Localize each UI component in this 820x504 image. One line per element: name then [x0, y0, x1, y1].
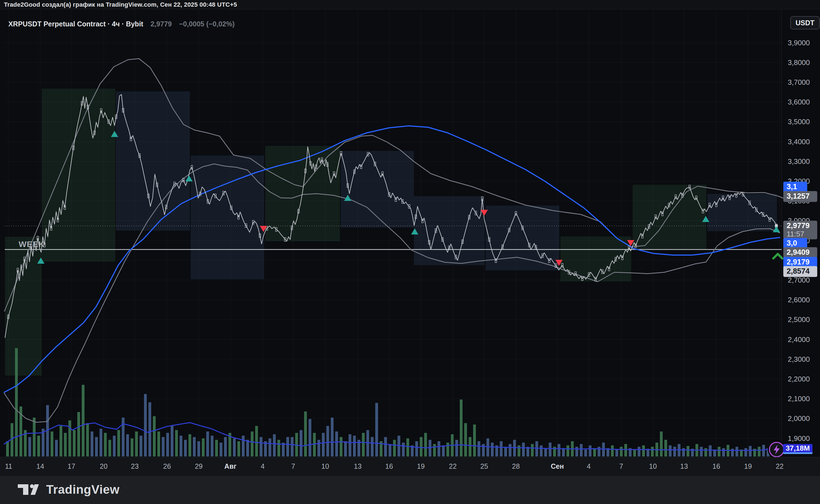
volume-bar [175, 430, 178, 456]
symbol-title[interactable]: XRPUSDT Perpetual Contract · 4ч · Bybit [8, 20, 143, 28]
volume-bar [197, 441, 200, 456]
volume-bar [638, 447, 641, 456]
volume-bar [215, 440, 218, 456]
volume-bar [317, 440, 320, 456]
price-level-badge: 2,9409 [783, 247, 817, 258]
buy-marker-icon [111, 131, 118, 137]
volume-bar [469, 437, 472, 456]
volume-bar [424, 433, 427, 456]
volume-bar [744, 448, 747, 456]
volume-bar [206, 431, 209, 456]
volume-bar [611, 445, 614, 456]
price-axis-tick: 3,5000 [788, 118, 810, 126]
volume-bar [602, 443, 605, 456]
volume-bar [224, 437, 227, 456]
buy-marker-icon [702, 216, 709, 222]
volume-bar [268, 438, 271, 456]
volume-bar [73, 430, 76, 456]
time-axis-tick: 26 [163, 462, 171, 470]
volume-bar [246, 440, 249, 456]
price-axis[interactable]: 3,90003,80003,70003,60003,50003,40003,30… [782, 9, 820, 457]
volume-bar [598, 447, 600, 456]
volume-bar [700, 447, 703, 456]
price-axis-tick: 2,7000 [788, 276, 810, 285]
volume-bar [99, 429, 102, 456]
volume-bar [322, 433, 325, 456]
volume-bar [260, 437, 262, 456]
volume-bar [673, 447, 676, 456]
chart-pane[interactable]: XRPUSDT Perpetual Contract · 4ч · Bybit … [0, 9, 820, 457]
time-axis-tick: 25 [480, 462, 488, 470]
time-axis-tick: 16 [385, 462, 393, 470]
flash-boost-button[interactable] [769, 442, 784, 457]
volume-bar [211, 436, 213, 456]
time-axis-tick: 14 [36, 462, 44, 470]
volume-bar [429, 440, 432, 456]
time-axis-tick: 22 [776, 462, 784, 470]
volume-bar [286, 437, 289, 456]
volume-bar [442, 445, 445, 456]
price-axis-tick: 2,6000 [788, 296, 810, 304]
volume-bar [687, 446, 689, 456]
time-axis-tick: 17 [68, 462, 75, 470]
volume-bar [233, 438, 236, 456]
volume-bar [95, 437, 98, 456]
price-axis-tick: 3,6000 [788, 98, 810, 106]
volume-bar [166, 433, 169, 456]
volume-bar [237, 441, 240, 456]
volume-bar [664, 440, 667, 456]
volume-bar [473, 425, 476, 456]
volume-bar [518, 445, 520, 456]
volume-bar [375, 403, 378, 456]
price-axis-tick: 1,9000 [788, 434, 810, 443]
time-axis-tick: 22 [449, 462, 457, 470]
volume-bar [624, 444, 627, 456]
time-axis-tick: 13 [354, 462, 361, 470]
volume-bar [86, 423, 89, 456]
buy-marker-icon [411, 228, 419, 234]
volume-value-badge: 37,18M [783, 444, 812, 452]
volume-bar [633, 450, 636, 456]
volume-bar [669, 445, 672, 456]
attribution-text: Trade2Good создал(а) график на TradingVi… [4, 1, 237, 8]
time-axis-tick: 10 [321, 462, 329, 470]
volume-bar [153, 416, 156, 456]
time-axis-tick: 28 [512, 462, 520, 470]
volume-bar [126, 434, 129, 456]
sell-marker-icon [481, 210, 488, 216]
volume-bar [184, 440, 187, 456]
volume-bar [188, 434, 191, 456]
volume-bar [762, 445, 765, 456]
buy-marker-icon [37, 258, 44, 264]
volume-bar [709, 445, 712, 456]
time-axis[interactable]: 11141720232629Авг4710131619222528Сен4710… [0, 457, 820, 476]
volume-bar [291, 437, 293, 456]
volume-bar [82, 385, 84, 456]
price-axis-tick: 2,0000 [788, 414, 810, 423]
volume-bar [144, 394, 147, 456]
volume-bar [273, 434, 276, 456]
volume-bar [108, 440, 111, 456]
volume-bar [447, 443, 449, 456]
volume-bar [522, 443, 525, 456]
time-axis-tick: 19 [417, 462, 425, 470]
volume-bar [55, 440, 58, 456]
volume-bar [113, 436, 116, 456]
volume-bar [135, 431, 138, 456]
symbol-title-row[interactable]: XRPUSDT Perpetual Contract · 4ч · Bybit … [8, 20, 235, 28]
volume-bar [544, 448, 547, 456]
price-axis-tick: 2,1000 [788, 395, 810, 403]
volume-bar [384, 437, 387, 456]
time-axis-tick: Авг [224, 462, 236, 470]
volume-bar [304, 411, 307, 456]
price-level-badge: 2,8574 [783, 266, 817, 277]
time-axis-tick: 16 [712, 462, 720, 470]
volume-bar [104, 433, 107, 456]
volume-bar [171, 426, 173, 456]
price-axis-tick: 3,7000 [788, 78, 810, 87]
volume-bar [366, 430, 369, 456]
volume-bar [722, 448, 725, 456]
volume-bar [749, 446, 752, 456]
volume-bar [580, 444, 583, 456]
volume-bar [433, 444, 436, 456]
